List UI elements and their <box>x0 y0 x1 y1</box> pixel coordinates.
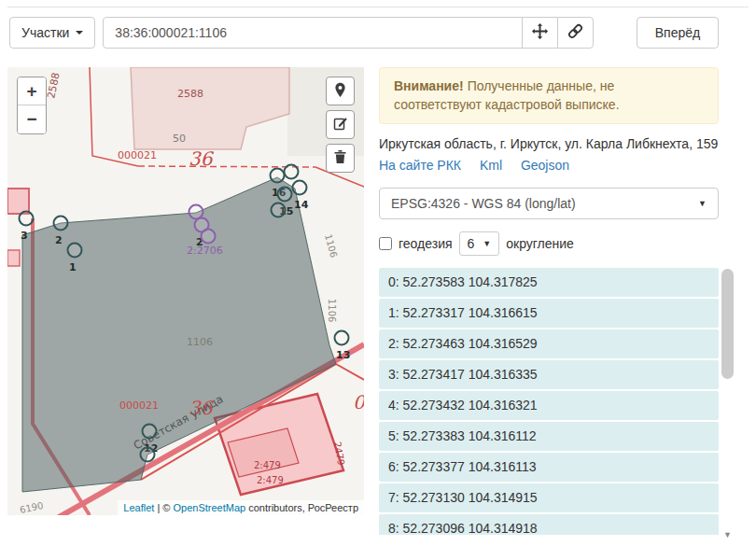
rounding-select[interactable]: 6 ▼ <box>459 231 500 256</box>
map-label: 50 <box>173 133 186 145</box>
map-canvas[interactable]: 2588258850000021360000213600110611061106… <box>7 67 364 515</box>
vertex-marker[interactable] <box>293 181 307 195</box>
chevron-down-icon <box>76 31 83 35</box>
rounding-label: округление <box>506 236 574 251</box>
geojson-link[interactable]: Geojson <box>521 158 569 173</box>
parcel-address: Иркутская область, г. Иркутск, ул. Карла… <box>379 135 719 154</box>
zoom-out-button[interactable]: − <box>18 105 46 133</box>
link-icon <box>567 23 583 42</box>
map-label: 00 <box>353 391 364 413</box>
map-label: 1106 <box>187 336 213 348</box>
map-label: 000021 <box>118 149 157 161</box>
coordinate-row: 2: 52.273463 104.316529 <box>379 329 719 358</box>
vertex-marker[interactable] <box>278 188 292 202</box>
coordinates-list: 0: 52.273583 104.3178251: 52.273317 104.… <box>379 268 719 535</box>
osm-link[interactable]: OpenStreetMap <box>173 502 245 513</box>
map-label: 2:479 <box>257 475 284 485</box>
epsg-select[interactable]: EPSG:4326 - WGS 84 (long/lat) ▼ <box>379 188 719 219</box>
map-label: 1106 <box>327 299 337 322</box>
zoom-control: + − <box>17 77 47 134</box>
vertex-marker[interactable] <box>141 448 155 462</box>
vertex-number: 3 <box>21 230 28 242</box>
search-group <box>103 17 594 49</box>
locate-on-map-button[interactable] <box>522 17 558 49</box>
vertex-marker[interactable] <box>20 212 34 226</box>
marker-tool-button[interactable] <box>326 77 355 105</box>
scrollbar-down-arrow[interactable]: ▼ <box>723 530 732 539</box>
geodesy-checkbox[interactable] <box>379 237 392 250</box>
map-tools <box>326 77 355 173</box>
epsg-selected-value: EPSG:4326 - WGS 84 (long/lat) <box>391 196 576 211</box>
layers-dropdown-label: Участки <box>21 25 69 40</box>
vertex-marker[interactable] <box>143 425 157 439</box>
coordinate-row: 8: 52.273096 104.314918 <box>379 514 719 535</box>
trash-icon <box>333 149 347 167</box>
scrollbar-thumb[interactable] <box>721 269 734 379</box>
info-panel: Внимание!Полученные данные, не соответст… <box>379 67 719 535</box>
chevron-down-icon: ▼ <box>483 239 491 248</box>
coordinate-row: 7: 52.273130 104.314915 <box>379 483 719 512</box>
geodesy-row: геодезия 6 ▼ округление <box>379 231 719 256</box>
edit-polygon-button[interactable] <box>326 110 355 139</box>
leaflet-link[interactable]: Leaflet <box>123 502 154 513</box>
coordinate-row: 0: 52.273583 104.317825 <box>379 268 719 297</box>
page-scrollbar: ▼ <box>721 52 734 539</box>
cadastral-number-input[interactable] <box>103 17 523 49</box>
vertex-marker[interactable] <box>272 203 286 217</box>
move-crosshair-icon <box>532 23 548 42</box>
forward-button[interactable]: Вперёд <box>637 17 719 49</box>
vertex-marker[interactable] <box>202 230 216 244</box>
coordinate-row: 1: 52.273317 104.316615 <box>379 299 719 328</box>
vertex-marker[interactable] <box>335 331 349 345</box>
vertex-number: 2 <box>55 234 63 246</box>
vertex-marker[interactable] <box>285 165 299 179</box>
map-label: 2:479 <box>254 460 281 470</box>
coordinate-row: 3: 52.273417 104.316335 <box>379 360 719 389</box>
delete-polygon-button[interactable] <box>326 144 355 173</box>
attribution-separator: | © <box>154 502 173 513</box>
rkk-site-link[interactable]: На сайте РКК <box>379 158 461 173</box>
zoom-in-button[interactable]: + <box>18 77 46 105</box>
chevron-down-icon: ▼ <box>698 199 707 208</box>
edit-pencil-icon <box>333 116 348 133</box>
rounding-selected-value: 6 <box>468 236 475 251</box>
kml-link[interactable]: Kml <box>480 158 502 173</box>
toolbar: Участки Вперёд <box>7 7 749 49</box>
vertex-marker[interactable] <box>54 217 68 231</box>
building-footprint <box>7 250 20 266</box>
map-label: 2588 <box>177 88 203 100</box>
warning-alert: Внимание!Полученные данные, не соответст… <box>379 67 719 124</box>
map-label: 2:2706 <box>187 245 223 257</box>
coordinate-row: 5: 52.273383 104.316112 <box>379 422 719 451</box>
copy-link-button[interactable] <box>557 17 594 49</box>
layers-dropdown-button[interactable]: Участки <box>9 17 95 49</box>
vertex-number: 13 <box>336 349 350 361</box>
vertex-number: 14 <box>294 199 309 211</box>
building-footprint <box>7 189 29 214</box>
attribution-suffix: contributors, РосРеестр <box>245 502 358 513</box>
coordinate-row: 4: 52.273432 104.316321 <box>379 391 719 420</box>
main-content: 2588258850000021360000213600110611061106… <box>0 67 756 535</box>
warning-title: Внимание! <box>394 78 464 93</box>
coordinate-row: 6: 52.273377 104.316113 <box>379 453 719 482</box>
export-links: На сайте РКК Kml Geojson <box>379 158 719 173</box>
vertex-number: 1 <box>69 261 77 273</box>
map-label: 36 <box>189 147 215 170</box>
vertex-marker[interactable] <box>189 205 203 219</box>
vertex-marker[interactable] <box>271 169 285 183</box>
location-pin-icon <box>332 82 348 101</box>
map-base-layer: 2588258850000021360000213600110611061106… <box>7 67 364 515</box>
vertex-marker[interactable] <box>68 244 82 258</box>
map-attribution: Leaflet | © OpenStreetMap contributors, … <box>118 500 364 515</box>
geodesy-label: геодезия <box>399 236 453 251</box>
map-label: 000021 <box>119 399 159 412</box>
